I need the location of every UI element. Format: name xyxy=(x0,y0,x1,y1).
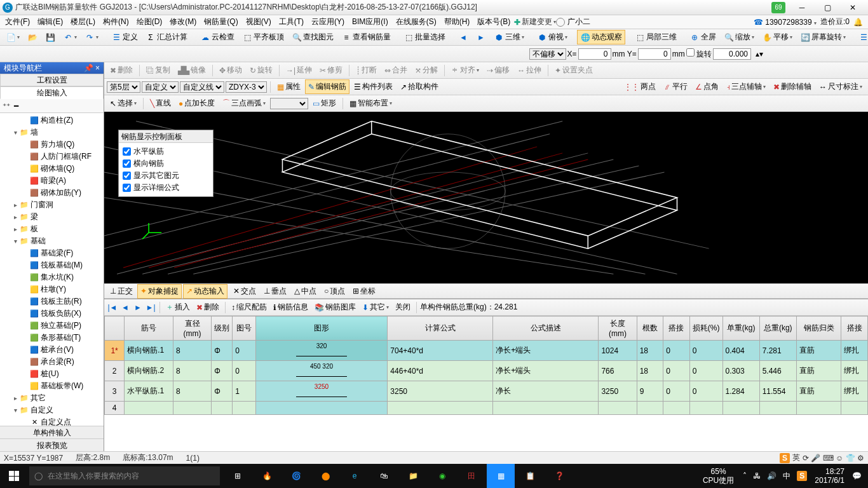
col-header[interactable]: 直径(mm) xyxy=(173,316,211,341)
rebar-table[interactable]: 筋号直径(mm)级别图号图形计算公式公式描述长度(mm)根数搭接损耗(%)单重(… xyxy=(104,316,868,415)
align-btn[interactable]: ⫩对齐▾ xyxy=(448,63,482,78)
taskbar-app-5[interactable]: 田 xyxy=(458,464,485,488)
rotate-check[interactable]: 旋转 xyxy=(686,48,712,60)
dyninput-btn[interactable]: ↗动态输入 xyxy=(183,284,227,299)
coord-btn[interactable]: ⊞坐标 xyxy=(349,284,379,299)
rebar-display-panel[interactable]: 钢筋显示控制面板 水平纵筋 横向钢筋 显示其它图元 显示详细公式 xyxy=(118,130,214,197)
tree-item[interactable]: 🟥桩(U) xyxy=(0,368,104,380)
batch-select-button[interactable]: ⬚批量选择 xyxy=(400,30,449,44)
save-button[interactable]: 💾 xyxy=(42,30,58,44)
objsnap-btn[interactable]: ✦对象捕捉 xyxy=(137,284,182,299)
taskbar-edge[interactable]: e xyxy=(341,464,369,488)
dynamic-view-button[interactable]: 🌐动态观察 xyxy=(577,30,625,44)
pin-icon[interactable]: 📌 × xyxy=(84,64,100,72)
taskbar-search[interactable]: ◯ 在这里输入你要搜索的内容 xyxy=(29,466,220,485)
del-aux-btn[interactable]: ✖删除辅轴 xyxy=(770,79,815,94)
new-file-button[interactable]: 📄▾ xyxy=(3,30,23,44)
setpoint-btn[interactable]: ✦设置夹点 xyxy=(552,63,596,78)
zoom-button[interactable]: 🔍缩放▾ xyxy=(721,30,757,44)
flat-board-button[interactable]: ⬚平齐板顶 xyxy=(239,30,287,44)
arc-opts[interactable] xyxy=(270,98,308,109)
smart-layout-tool[interactable]: ▦智能布置▾ xyxy=(346,96,395,111)
rotate-screen-button[interactable]: 🔄屏幕旋转▾ xyxy=(797,30,849,44)
item-select[interactable]: ZDYX-3 xyxy=(226,81,267,93)
component-list-btn[interactable]: ☰构件列表 xyxy=(351,79,396,94)
tree-item[interactable]: 🟦基础梁(F) xyxy=(0,247,104,259)
two-pt-btn[interactable]: ⋮⋮两点 xyxy=(621,79,659,94)
tray-up-icon[interactable]: ˄ xyxy=(740,471,749,480)
top-btn[interactable]: ○顶点 xyxy=(321,284,348,299)
viewport[interactable] xyxy=(104,112,868,283)
pt-angle-btn[interactable]: ∠点角 xyxy=(692,79,722,94)
col-header[interactable]: 长度(mm) xyxy=(599,316,637,341)
top-view-button[interactable]: ⬢俯视▾ xyxy=(534,30,571,44)
col-header[interactable]: 根数 xyxy=(637,316,663,341)
move-btn[interactable]: ✥移动 xyxy=(216,63,245,78)
tray-sogou-icon[interactable]: S xyxy=(794,471,810,481)
y-input[interactable] xyxy=(638,48,671,60)
tree-item[interactable]: 🟨基础板带(W) xyxy=(0,380,104,392)
cross-btn[interactable]: ✕交点 xyxy=(230,284,259,299)
display-option[interactable]: 横向钢筋 xyxy=(123,158,209,170)
coin-label[interactable]: 造价豆:0 xyxy=(820,17,850,27)
open-file-button[interactable]: 📂 xyxy=(24,30,41,44)
collapse-all-icon[interactable]: ━ xyxy=(14,102,18,111)
delete-row-btn[interactable]: ✖删除 xyxy=(194,301,222,314)
redo-button[interactable]: ↷▾ xyxy=(81,30,102,44)
rotate-stepper[interactable]: ▴▾ xyxy=(752,48,766,60)
taskbar-app-2[interactable]: 🌀 xyxy=(282,464,310,488)
taskview-icon[interactable]: ⊞ xyxy=(224,464,252,488)
tree-item[interactable]: 🟦筏板主筋(R) xyxy=(0,295,104,308)
last-btn[interactable]: ►| xyxy=(145,303,156,312)
taskbar-app-1[interactable]: 🔥 xyxy=(253,464,281,488)
table-row[interactable]: 1*横向钢筋.18Φ0320704+40*d净长+端头102418000.404… xyxy=(105,341,868,361)
col-header[interactable]: 图号 xyxy=(233,316,255,341)
tree-item[interactable]: 🟫人防门框墙(RF xyxy=(0,151,104,163)
first-btn[interactable]: |◄ xyxy=(107,303,118,312)
close-panel-btn[interactable]: 关闭 xyxy=(393,301,413,314)
show-rebar-button[interactable]: ≡查看钢筋量 xyxy=(338,30,394,44)
close-button[interactable]: ✕ xyxy=(840,1,865,14)
col-header[interactable]: 总重(kg) xyxy=(759,316,796,341)
menu-edit[interactable]: 编辑(E) xyxy=(34,15,67,29)
pan-button[interactable]: ✋平移▾ xyxy=(759,30,796,44)
taskbar-explorer[interactable]: 📁 xyxy=(399,464,427,488)
menu-online[interactable]: 在线服务(S) xyxy=(392,15,440,29)
tray-net-icon[interactable]: 🖧 xyxy=(750,471,763,480)
ortho-btn[interactable]: ⊥正交 xyxy=(107,284,136,299)
3d-button[interactable]: ⬢三维▾ xyxy=(491,30,527,44)
col-header[interactable]: 单重(kg) xyxy=(722,316,759,341)
bell-icon[interactable]: 🔔 xyxy=(853,18,863,27)
menu-draw[interactable]: 绘图(D) xyxy=(133,15,166,29)
rebar-info-btn[interactable]: ℹ钢筋信息 xyxy=(271,301,311,314)
col-header[interactable] xyxy=(105,316,125,341)
tab-draw-input[interactable]: 绘图输入 xyxy=(0,86,104,99)
user-button[interactable]: 广小二 xyxy=(556,17,590,27)
maximize-button[interactable]: ▢ xyxy=(815,1,840,14)
tree-item[interactable]: ▾📁墙 xyxy=(0,126,104,139)
sum-button[interactable]: Σ汇总计算 xyxy=(142,30,191,44)
attr-btn[interactable]: ▦属性 xyxy=(274,79,304,94)
tab-project-settings[interactable]: 工程设置 xyxy=(0,74,104,86)
dim-btn[interactable]: ↔尺寸标注▾ xyxy=(816,79,865,94)
insert-row-btn[interactable]: ＋插入 xyxy=(163,301,193,314)
tree-item[interactable]: 🟨砌体墙(Q) xyxy=(0,163,104,175)
rotate-input[interactable] xyxy=(713,48,751,60)
other-btn[interactable]: ⬇其它▾ xyxy=(360,301,391,314)
tab-single-input[interactable]: 单构件输入 xyxy=(0,426,104,438)
split-btn[interactable]: ⤧分解 xyxy=(412,63,441,78)
delete-btn[interactable]: ✖删除 xyxy=(107,63,136,78)
taskbar-app-6[interactable]: ▦ xyxy=(487,464,515,488)
col-header[interactable]: 计算公式 xyxy=(388,316,493,341)
copy-btn[interactable]: ⿻复制 xyxy=(143,63,173,78)
tree-item[interactable]: ▸📁门窗洞 xyxy=(0,199,104,211)
tree-item[interactable]: 🟩集水坑(K) xyxy=(0,271,104,283)
col-header[interactable]: 图形 xyxy=(255,316,388,341)
tree-item[interactable]: 🟫承台梁(R) xyxy=(0,356,104,368)
fullscreen-button[interactable]: ⊕全屏 xyxy=(686,30,719,44)
taskbar-app-8[interactable]: ❓ xyxy=(545,464,573,488)
col-header[interactable]: 搭接 xyxy=(841,316,868,341)
display-option[interactable]: 显示详细公式 xyxy=(123,182,209,194)
undo-button[interactable]: ↶▾ xyxy=(60,30,80,44)
menu-view[interactable]: 视图(V) xyxy=(242,15,275,29)
